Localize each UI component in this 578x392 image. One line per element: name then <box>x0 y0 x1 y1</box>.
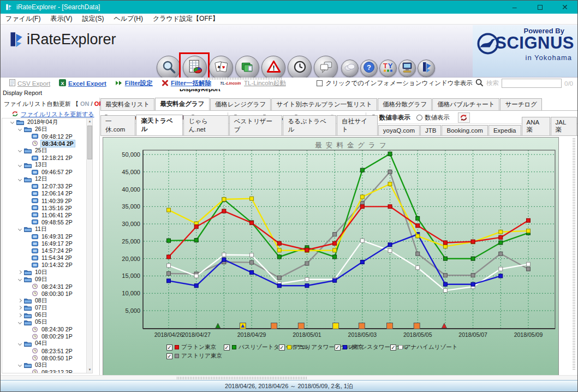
legend-checkbox[interactable]: ✓ <box>224 345 230 351</box>
chevron-down-icon[interactable] <box>18 149 22 152</box>
toolbar-folders-button[interactable] <box>235 56 259 80</box>
tab-report-3[interactable]: サイト別ホテルプラン一覧リスト <box>271 98 377 110</box>
tree-item-row[interactable]: 08:23:51 2P <box>2 347 92 354</box>
tree-folder-row[interactable]: 03日 <box>2 361 92 369</box>
tab-channel-0[interactable]: 一休.com <box>100 115 135 135</box>
tree-folder-row[interactable]: 07日 <box>2 304 92 311</box>
toolbar-display-report-button[interactable] <box>183 56 207 80</box>
tree-folder-row[interactable]: 05日 <box>2 319 92 326</box>
tree-item-row[interactable]: 08:34:04 2P <box>2 140 92 147</box>
export-link-0[interactable]: CSV Export <box>9 79 50 87</box>
tab-report-5[interactable]: 価格バブルチャート <box>432 98 499 110</box>
chevron-right-icon[interactable] <box>18 313 22 317</box>
search-input[interactable] <box>502 79 562 88</box>
toolbar-app-logo-button[interactable] <box>418 60 435 77</box>
tab-channel-7[interactable]: JTB <box>420 125 441 135</box>
tree-folder-row[interactable]: 06日 <box>2 312 92 319</box>
tab-report-1[interactable]: 最安料金グラフ <box>155 98 209 110</box>
chevron-right-icon[interactable] <box>18 270 22 274</box>
chevron-down-icon[interactable] <box>18 127 22 131</box>
tab-report-6[interactable]: サーチログ <box>500 98 542 110</box>
toolbar-cloud-button[interactable] <box>341 60 359 77</box>
menu-item-0[interactable]: ファイル(F) <box>1 14 45 24</box>
toolbar-help-button[interactable]: ? <box>360 60 378 77</box>
tree-item-row[interactable]: 16:49:17 2P <box>2 240 92 247</box>
tab-channel-2[interactable]: じゃらん.net <box>183 115 228 135</box>
chevron-down-icon[interactable] <box>18 363 22 367</box>
tree-item-row[interactable]: 11:06:41 2P <box>2 211 92 218</box>
vertical-scroll-dots[interactable] <box>573 138 575 370</box>
maximize-button[interactable] <box>527 1 552 14</box>
tab-report-2[interactable]: 価格レンジグラフ <box>210 98 271 110</box>
chevron-right-icon[interactable] <box>18 306 22 310</box>
auto-update-on[interactable]: ON <box>80 100 90 107</box>
tab-report-4[interactable]: 価格分散グラフ <box>378 98 432 110</box>
export-link-4[interactable]: TL-LincolnTL-Lincoln起動 <box>220 79 286 87</box>
tree-item-row[interactable]: 16:49:31 2P <box>2 233 92 240</box>
toolbar-comments-button[interactable] <box>314 56 338 80</box>
menu-item-1[interactable]: 表示(V) <box>45 14 77 24</box>
export-link-3[interactable]: Filter一括解除 <box>162 79 211 87</box>
tree-item-row[interactable]: 12:06:14 2P <box>2 190 92 197</box>
chevron-down-icon[interactable] <box>18 320 22 324</box>
legend-checkbox[interactable]: ✓ <box>166 353 172 359</box>
chevron-down-icon[interactable] <box>10 120 14 124</box>
legend-checkbox[interactable]: ✓ <box>166 345 172 351</box>
chevron-down-icon[interactable] <box>18 277 22 281</box>
chevron-right-icon[interactable] <box>18 299 22 302</box>
tree-folder-row[interactable]: 04日 <box>2 340 92 347</box>
tree-folder-row[interactable]: 12日 <box>2 176 92 183</box>
export-link-1[interactable]: XExcel Export <box>59 79 106 87</box>
tree-item-row[interactable]: 08:23:12 2P <box>2 369 92 373</box>
tree-item-row[interactable]: 11:35:16 2P <box>2 204 92 211</box>
tree-item-row[interactable]: 11:40:39 2P <box>2 197 92 204</box>
tab-channel-4[interactable]: るるぶトラベル <box>283 115 336 135</box>
tree-item-row[interactable]: 12:07:33 2P <box>2 183 92 190</box>
tree-item-row[interactable]: 08:00:29 1P <box>2 333 92 340</box>
horizontal-scroll-dots[interactable] <box>177 377 307 379</box>
tree-folder-row[interactable]: 09日 <box>2 276 92 283</box>
export-link-2[interactable]: Filter設定 <box>115 79 153 87</box>
scroll-down-icon[interactable]: ▼ <box>87 367 93 373</box>
menu-item-2[interactable]: 設定(S) <box>77 14 109 24</box>
legend-checkbox[interactable]: ✓ <box>390 345 396 351</box>
legend-checkbox[interactable]: ✓ <box>279 345 285 351</box>
tree-item-row[interactable]: 14:57:24 2P <box>2 247 92 254</box>
toolbar-search-button[interactable] <box>157 56 181 80</box>
tree-item-row[interactable]: 09:46:57 2P <box>2 169 92 176</box>
toolbar-schedule-button[interactable] <box>288 56 312 80</box>
minimize-button[interactable]: – <box>502 1 527 14</box>
chevron-down-icon[interactable] <box>18 177 22 181</box>
refresh-graph-button[interactable] <box>458 112 470 123</box>
chevron-down-icon[interactable] <box>18 163 22 167</box>
toolbar-ty-button[interactable]: TY <box>379 60 397 77</box>
tree-scrollbar[interactable]: ▲ ▼ <box>86 118 92 373</box>
tree-item-row[interactable]: 12:18:21 2P <box>2 154 92 161</box>
chevron-down-icon[interactable] <box>18 227 22 231</box>
tab-report-0[interactable]: 最安料金リスト <box>100 98 154 110</box>
toolbar-remote-desktop-button[interactable] <box>398 60 416 77</box>
close-button[interactable]: ✕ <box>552 1 577 14</box>
tree-item-row[interactable]: 09:48:12 2P <box>2 133 92 140</box>
tab-channel-5[interactable]: 自社サイト <box>337 115 378 135</box>
radio-数値表示[interactable]: 数値表示 <box>416 114 450 122</box>
tab-channel-8[interactable]: Booking.com <box>442 125 487 135</box>
scroll-up-icon[interactable]: ▲ <box>87 118 93 124</box>
tab-channel-9[interactable]: Expedia <box>488 125 521 135</box>
tab-channel-6[interactable]: yoyaQ.com <box>378 125 420 135</box>
menu-item-4[interactable]: クラウド設定【OFF】 <box>148 14 224 24</box>
tab-channel-11[interactable]: JAL楽 <box>551 117 577 135</box>
tree-folder-row[interactable]: 11日 <box>2 225 92 233</box>
hide-info-checkbox[interactable] <box>317 80 323 86</box>
legend-checkbox[interactable]: ✓ <box>335 345 341 351</box>
tab-channel-1[interactable]: 楽天トラベル <box>136 115 183 135</box>
toolbar-plan-cards-button[interactable]: ♠♥ <box>209 56 233 80</box>
tree-item-row[interactable]: 09:48:55 2P <box>2 218 92 225</box>
scrollbar-thumb[interactable] <box>87 126 92 159</box>
tab-channel-3[interactable]: ベストリザーブ <box>229 115 283 135</box>
menu-item-3[interactable]: ヘルプ(H) <box>109 14 148 24</box>
tree-folder-row[interactable]: 26日 <box>2 126 92 133</box>
tree-item-row[interactable]: 08:00:30 1P <box>2 290 92 297</box>
chevron-down-icon[interactable] <box>18 342 22 346</box>
tree-item-row[interactable]: 08:24:30 2P <box>2 326 92 333</box>
